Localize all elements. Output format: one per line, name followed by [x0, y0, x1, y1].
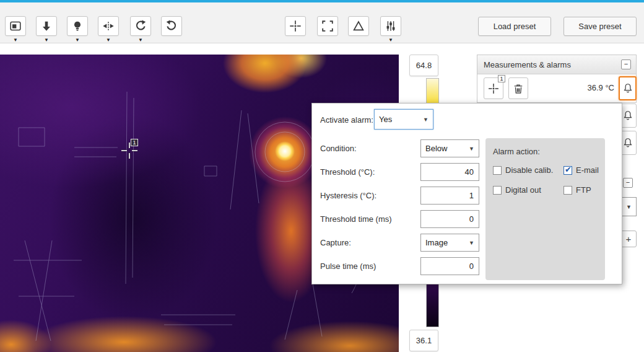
activate-alarm-value: Yes: [379, 115, 392, 124]
activate-alarm-select[interactable]: Yes ▼: [374, 109, 433, 130]
alarm-bell-button-1[interactable]: [619, 76, 637, 100]
threshold-label: Threshold (°C):: [320, 163, 375, 181]
pan-down-caret: ▼: [36, 37, 57, 43]
measurements-panel: Measurements & alarms − 1: [477, 55, 637, 103]
rotate-cw-button[interactable]: [161, 16, 182, 36]
checkbox-box: [493, 166, 502, 175]
temperature-readout: 36.9 °C: [587, 83, 614, 92]
alarm-settings-dialog: Activate alarm: Yes ▼ Condition: Below ▼…: [311, 103, 622, 284]
checkbox-label: Digital out: [505, 185, 541, 195]
spot-meter-icon: [487, 82, 500, 95]
spot-marker-1[interactable]: 1: [120, 141, 139, 160]
app-root: ▼ ▼ ▼ ▼: [0, 0, 644, 352]
bell-icon: [622, 110, 633, 121]
scale-max-label: 64.8: [409, 55, 438, 76]
hysteresis-label: Hysteresis (°C):: [320, 187, 376, 205]
rotate-ccw-icon: [134, 19, 147, 33]
levels-button[interactable]: [380, 16, 401, 36]
chevron-down-icon: ▼: [423, 117, 429, 123]
capture-label: Capture:: [320, 234, 351, 252]
alarm-action-title: Alarm action:: [493, 147, 540, 156]
toolbar: ▼ ▼ ▼ ▼: [0, 2, 644, 43]
flip-horizontal-caret: ▼: [98, 37, 119, 43]
alarm-action-box: Alarm action: Disable calib. E-mail Digi…: [485, 138, 605, 280]
panel-title: Measurements & alarms: [484, 60, 571, 69]
chevron-down-icon: ▼: [626, 204, 632, 210]
section-collapse-button[interactable]: −: [623, 178, 633, 188]
lamp-caret: ▼: [67, 37, 88, 43]
display-mode-icon: [9, 19, 22, 33]
delta-icon: [352, 19, 365, 33]
digital-out-checkbox[interactable]: Digital out: [493, 185, 541, 195]
load-preset-button[interactable]: Load preset: [478, 17, 551, 36]
rotate-ccw-button[interactable]: [130, 16, 151, 36]
panel-collapse-button[interactable]: −: [621, 59, 631, 69]
pulse-time-input[interactable]: [420, 257, 479, 275]
bell-icon: [622, 82, 633, 94]
partially-hidden-select[interactable]: ▼: [621, 197, 637, 216]
hysteresis-input[interactable]: [420, 187, 479, 205]
threshold-input[interactable]: [420, 163, 479, 181]
ftp-checkbox[interactable]: FTP: [564, 185, 591, 195]
threshold-time-label: Threshold time (ms): [320, 210, 392, 228]
lamp-button[interactable]: [67, 16, 88, 36]
chevron-down-icon: ▼: [469, 240, 474, 246]
spot-meter-icon: [289, 19, 302, 33]
threshold-time-input[interactable]: [420, 210, 479, 228]
checkbox-label: Disable calib.: [505, 165, 553, 175]
condition-label: Condition:: [320, 139, 357, 157]
trash-icon: [512, 82, 524, 95]
flip-horizontal-button[interactable]: [98, 16, 119, 36]
checkbox-label: E-mail: [576, 165, 599, 175]
disable-calib-checkbox[interactable]: Disable calib.: [493, 165, 553, 175]
condition-value: Below: [425, 144, 447, 153]
condition-select[interactable]: Below ▼: [420, 139, 479, 157]
delete-measurement-button[interactable]: [508, 77, 528, 99]
pan-down-button[interactable]: [36, 16, 57, 36]
email-checkbox[interactable]: E-mail: [564, 165, 599, 175]
checkbox-box: [493, 186, 502, 195]
rotate-ccw-caret: ▼: [130, 37, 151, 43]
scale-min-label: 36.1: [409, 330, 438, 351]
pan-down-icon: [40, 19, 53, 33]
measurements-panel-header: Measurements & alarms −: [477, 55, 636, 74]
spot-meter-button[interactable]: [285, 16, 306, 36]
area-select-button[interactable]: [317, 16, 338, 36]
checkbox-box: [564, 166, 572, 175]
add-measurement-button[interactable]: +: [620, 231, 637, 247]
spot-1-button[interactable]: 1: [484, 77, 503, 99]
display-mode-caret: ▼: [5, 37, 26, 43]
delta-button[interactable]: [348, 16, 369, 36]
bell-icon: [622, 137, 633, 149]
activate-alarm-label: Activate alarm:: [320, 110, 373, 130]
display-mode-button[interactable]: [5, 16, 26, 36]
checkbox-label: FTP: [576, 185, 591, 195]
checkbox-box: [564, 186, 572, 195]
capture-value: Image: [425, 238, 448, 247]
capture-select[interactable]: Image ▼: [420, 234, 479, 252]
levels-caret: ▼: [380, 37, 401, 43]
area-select-icon: [321, 19, 334, 33]
chevron-down-icon: ▼: [469, 146, 474, 152]
pulse-time-label: Pulse time (ms): [320, 257, 376, 275]
flip-horizontal-icon: [102, 19, 115, 33]
rotate-cw-icon: [165, 19, 178, 33]
lamp-icon: [71, 19, 84, 33]
measurement-row: 1 36.9 °C: [477, 74, 636, 102]
levels-icon: [384, 19, 398, 33]
spot-number-badge: 1: [498, 75, 505, 82]
save-preset-button[interactable]: Save preset: [564, 17, 637, 36]
marker-number-badge: 1: [131, 139, 138, 146]
